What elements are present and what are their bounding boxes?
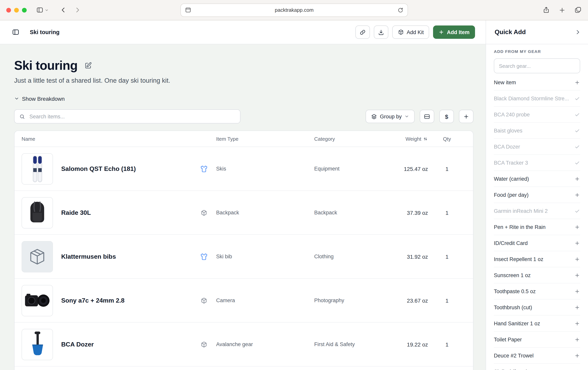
gear-list-item[interactable]: BCA Dozer <box>494 139 580 155</box>
item-weight: 31.92 oz <box>393 254 428 260</box>
edit-title-button[interactable] <box>84 62 92 69</box>
item-name: Salomon QST Echo (181) <box>61 165 136 173</box>
item-category: Photography <box>314 298 393 304</box>
gear-search-input[interactable] <box>494 58 580 73</box>
gear-list-item[interactable]: Garmin inReach Mini 2 <box>494 203 580 219</box>
item-qty: 1 <box>428 166 466 172</box>
gear-list-item[interactable]: Black Diamond Stormline Stre... <box>494 91 580 107</box>
group-by-label: Group by <box>380 114 402 120</box>
item-thumbnail <box>21 153 53 185</box>
gear-item-label: Black Diamond Stormline Stre... <box>494 95 569 101</box>
add-gear-icon[interactable] <box>574 256 580 262</box>
copy-link-button[interactable] <box>355 25 370 39</box>
package-icon <box>398 29 404 35</box>
table-body: Salomon QST Echo (181) Skis Equipment 12… <box>14 147 473 367</box>
gear-list-item[interactable]: Deuce #2 Trowel <box>494 348 580 364</box>
add-gear-icon[interactable] <box>574 304 580 310</box>
gear-list-item[interactable]: Food (per day) <box>494 187 580 203</box>
add-gear-icon[interactable] <box>574 320 580 326</box>
close-window-button[interactable] <box>6 8 11 12</box>
worn-icon <box>200 253 208 260</box>
item-category: Equipment <box>314 166 393 172</box>
share-icon <box>543 6 550 14</box>
plus-icon <box>559 6 566 13</box>
items-search <box>14 110 241 124</box>
gear-list-item[interactable]: New item <box>494 74 580 91</box>
browser-chrome: packtrakapp.com <box>0 0 588 21</box>
gear-list-item[interactable]: BCA Tracker 3 <box>494 155 580 171</box>
gear-list-item[interactable]: Pen + Rite in the Rain <box>494 219 580 235</box>
table-add-button[interactable] <box>459 110 473 123</box>
gear-list-item[interactable]: Insect Repellent 1 oz <box>494 251 580 267</box>
add-item-button[interactable]: Add Item <box>433 25 475 39</box>
gear-list-item[interactable]: Water (carried) <box>494 171 580 187</box>
browser-sidebar-toggle[interactable] <box>36 6 43 14</box>
reload-icon[interactable] <box>397 7 403 13</box>
add-gear-icon[interactable] <box>574 224 580 230</box>
table-row[interactable]: Sony a7c + 24mm 2.8 Camera Photography 2… <box>14 279 473 323</box>
price-toggle-button[interactable]: $ <box>439 110 454 123</box>
table-row[interactable]: Raide 30L Backpack Backpack 37.39 oz 1 <box>14 191 473 235</box>
page-settings-icon[interactable] <box>185 7 191 13</box>
add-gear-icon[interactable] <box>574 192 580 198</box>
gear-item-label: Insect Repellent 1 oz <box>494 256 543 262</box>
gear-list-item[interactable]: ID/Credit Card <box>494 235 580 251</box>
plus-icon <box>463 114 469 120</box>
add-item-label: Add Item <box>447 29 470 35</box>
tab-overview-button[interactable] <box>574 6 582 14</box>
gear-list-item[interactable]: Toothbrush (cut) <box>494 299 580 316</box>
app-sidebar-toggle[interactable] <box>12 28 20 36</box>
table-row[interactable]: BCA Dozer Avalanche gear First Aid & Saf… <box>14 323 473 367</box>
minimize-window-button[interactable] <box>14 8 19 12</box>
page-subtitle: Just a little test of a shared list. One… <box>14 77 473 84</box>
share-button[interactable] <box>543 6 550 14</box>
add-gear-icon[interactable] <box>574 176 580 182</box>
address-bar[interactable]: packtrakapp.com <box>180 3 408 17</box>
item-weight: 23.67 oz <box>393 298 428 304</box>
row-view-toggle-button[interactable] <box>420 110 434 123</box>
add-gear-icon[interactable] <box>574 79 580 85</box>
weight-header-label: Weight <box>406 136 421 142</box>
gear-item-label: BCA Tracker 3 <box>494 160 528 166</box>
add-gear-icon[interactable] <box>574 288 580 294</box>
group-by-button[interactable]: Group by <box>366 110 415 123</box>
worn-icon <box>200 165 208 173</box>
gear-item-label: Sunscreen 1 oz <box>494 272 531 278</box>
item-qty: 1 <box>428 210 466 216</box>
show-breakdown-toggle[interactable]: Show Breakdown <box>14 96 65 102</box>
gear-list-item[interactable]: BCA 240 probe <box>494 107 580 123</box>
plus-icon <box>439 29 444 35</box>
item-name: BCA Dozer <box>61 341 94 348</box>
maximize-window-button[interactable] <box>22 8 27 12</box>
item-thumbnail <box>21 285 53 316</box>
add-gear-icon[interactable] <box>574 337 580 342</box>
forward-button[interactable] <box>74 6 81 14</box>
table-row[interactable]: Klattermusen bibs Ski bib Clothing 31.92… <box>14 235 473 279</box>
gear-list-item[interactable]: Sit Pad (foam) <box>494 364 580 370</box>
column-category: Category <box>314 136 393 142</box>
add-gear-icon[interactable] <box>574 272 580 278</box>
back-button[interactable] <box>60 6 67 14</box>
download-icon <box>378 29 384 35</box>
add-gear-icon[interactable] <box>574 353 580 359</box>
new-tab-button[interactable] <box>559 6 566 13</box>
gear-list-item[interactable]: Baist gloves <box>494 123 580 139</box>
items-search-input[interactable] <box>29 113 235 120</box>
add-gear-icon[interactable] <box>574 369 580 370</box>
collapse-panel-button[interactable] <box>575 29 581 35</box>
page-content: Ski touring Just a little test of a shar… <box>0 44 486 370</box>
gear-list-item[interactable]: Toilet Paper <box>494 332 580 348</box>
gear-list-item[interactable]: Toothpaste 0.5 oz <box>494 283 580 299</box>
gear-item-label: Deuce #2 Trowel <box>494 353 534 359</box>
gear-item-label: Food (per day) <box>494 192 529 198</box>
layers-icon <box>371 114 377 120</box>
table-row[interactable]: Salomon QST Echo (181) Skis Equipment 12… <box>14 147 473 191</box>
add-kit-button[interactable]: Add Kit <box>392 25 429 39</box>
gear-list-item[interactable]: Sunscreen 1 oz <box>494 267 580 283</box>
gear-list-item[interactable]: Hand Sanitizer 1 oz <box>494 316 580 332</box>
item-type: Avalanche gear <box>216 342 314 348</box>
export-button[interactable] <box>374 25 388 39</box>
sidebar-dropdown-button[interactable] <box>45 8 49 12</box>
add-gear-icon[interactable] <box>574 240 580 246</box>
column-weight[interactable]: Weight <box>393 136 428 142</box>
